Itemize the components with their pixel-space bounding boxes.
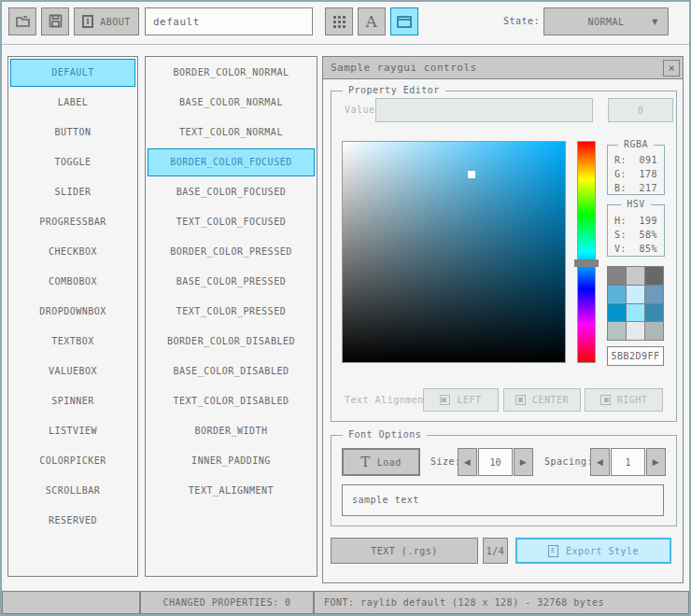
align-left-label: LEFT [457,395,481,405]
sv-panel[interactable] [342,141,566,363]
window-panel-icon [397,16,412,28]
rgba-row: G: 178 [608,167,664,181]
property-list-item[interactable]: BASE_COLOR_NORMAL [148,89,315,117]
hue-slider-handle[interactable] [574,259,599,267]
color-swatch[interactable] [645,304,663,322]
property-list-item[interactable]: BORDER_COLOR_PRESSED [148,238,315,266]
color-swatch[interactable] [627,322,644,340]
panel-title: Sample raygui controls [331,62,477,74]
align-right-label: RIGHT [617,395,648,405]
open-folder-icon [15,14,31,30]
property-list-item[interactable]: TEXT_COLOR_DISABLED [148,387,315,415]
property-list-item[interactable]: TEXT_COLOR_PRESSED [148,298,315,326]
spacing-decrement-button[interactable]: ◀ [590,448,610,476]
control-list-item[interactable]: VALUEBOX [10,357,135,385]
close-icon: × [668,62,674,75]
spacing-value-box[interactable]: 1 [611,448,645,476]
property-list-item[interactable]: BORDER_COLOR_DISABLED [148,328,315,356]
rgba-group-label: RGBA [618,139,654,149]
property-list-item[interactable]: BORDER_WIDTH [148,417,315,445]
rgba-row: R: 091 [608,153,664,167]
hex-value-box[interactable]: 5BB2D9FF [607,346,664,366]
property-list-item[interactable]: TEXT_COLOR_NORMAL [148,119,315,147]
align-center-icon [515,395,526,405]
property-list-item[interactable]: TEXT_COLOR_FOCUSED [148,208,315,236]
property-list-item[interactable]: INNER_PADDING [148,447,315,475]
page-counter-button[interactable]: 1/4 [483,538,508,564]
control-list-item[interactable]: SPINNER [10,387,135,415]
control-list-item[interactable]: TEXTBOX [10,328,135,356]
hsv-row: S: 58% [608,228,664,242]
control-list-item[interactable]: BUTTON [10,119,135,147]
color-swatch[interactable] [645,322,663,340]
export-format-label: TEXT (.rgs) [371,546,438,556]
font-load-button[interactable]: T Load [342,448,420,476]
export-style-button[interactable]: E Export Style [515,538,671,564]
about-button[interactable]: i ABOUT [74,7,139,35]
state-label: State: [495,7,540,35]
rgba-row: B: 217 [608,181,664,195]
control-list-item[interactable]: RESERVED [10,507,135,535]
save-floppy-icon [49,14,63,30]
hue-bar[interactable] [577,141,596,363]
controls-view-button[interactable] [390,7,418,35]
property-list-item[interactable]: BORDER_COLOR_NORMAL [148,59,315,87]
rgba-channel-value: 178 [639,167,657,181]
size-value-box[interactable]: 10 [478,448,513,476]
open-style-button[interactable] [8,7,36,35]
color-swatch[interactable] [608,304,626,322]
color-swatch[interactable] [608,286,626,303]
property-editor-group-label: Property Editor [343,85,445,95]
export-format-button[interactable]: TEXT (.rgs) [331,538,478,564]
control-list-item[interactable]: TOGGLE [10,148,135,176]
palette-grid-button[interactable] [325,7,353,35]
arrow-right-icon: ▶ [520,457,527,467]
property-list-item[interactable]: BASE_COLOR_PRESSED [148,268,315,296]
color-swatch[interactable] [608,267,626,285]
control-list-item[interactable]: LABEL [10,89,135,117]
spacing-increment-button[interactable]: ▶ [646,448,666,476]
align-left-icon [440,395,450,405]
control-list-item[interactable]: CHECKBOX [10,238,135,266]
hsv-channel-label: V: [614,242,627,256]
sv-cursor[interactable] [468,171,475,178]
statusbar-font-info: FONT: raylib default (128 x 128) - 32768… [314,591,689,614]
control-list-item[interactable]: DEFAULT [10,59,135,87]
rgba-group: RGBA R: 091 G: 178 B: 217 [607,145,665,195]
rgba-channel-value: 217 [639,181,657,195]
property-list-item[interactable]: BASE_COLOR_DISABLED [148,357,315,385]
panel-close-button[interactable]: × [663,60,680,77]
font-button[interactable]: A [358,7,386,35]
color-swatch[interactable] [627,286,644,303]
panel-titlebar: Sample raygui controls [323,57,683,79]
statusbar-changed-properties: CHANGED PROPERTIES: 0 [140,591,314,614]
control-list-item[interactable]: LISTVIEW [10,417,135,445]
control-list-item[interactable]: COLORPICKER [10,447,135,475]
color-swatch[interactable] [645,267,663,285]
control-list-item[interactable]: SLIDER [10,178,135,206]
sample-text-box[interactable]: sample text [342,484,664,516]
size-decrement-button[interactable]: ◀ [458,448,477,476]
property-list-item[interactable]: BASE_COLOR_FOCUSED [148,178,315,206]
property-list-item[interactable]: TEXT_ALIGNMENT [148,477,315,505]
style-name-input[interactable] [145,7,313,35]
control-list-item[interactable]: DROPDOWNBOX [10,298,135,326]
color-swatch[interactable] [608,322,626,340]
spacing-label: Spacing: [544,448,593,476]
chevron-down-icon: ▼ [652,18,658,26]
about-button-label: ABOUT [100,17,131,27]
text-T-icon: T [360,454,371,470]
color-swatch[interactable] [627,267,644,285]
state-dropdown[interactable]: NORMAL ▼ [543,7,669,35]
property-list-item[interactable]: BORDER_COLOR_FOCUSED [148,148,315,176]
style-color-swatches [607,266,664,341]
control-list-item[interactable]: PROGRESSBAR [10,208,135,236]
control-list-item[interactable]: COMBOBOX [10,268,135,296]
state-dropdown-value: NORMAL [587,17,624,27]
control-list-item[interactable]: SCROLLBAR [10,477,135,505]
save-style-button[interactable] [41,7,69,35]
color-swatch[interactable] [627,304,644,322]
color-swatch[interactable] [645,286,663,303]
size-increment-button[interactable]: ▶ [514,448,533,476]
sample-controls-panel: Sample raygui controls × Property Editor… [322,56,684,583]
